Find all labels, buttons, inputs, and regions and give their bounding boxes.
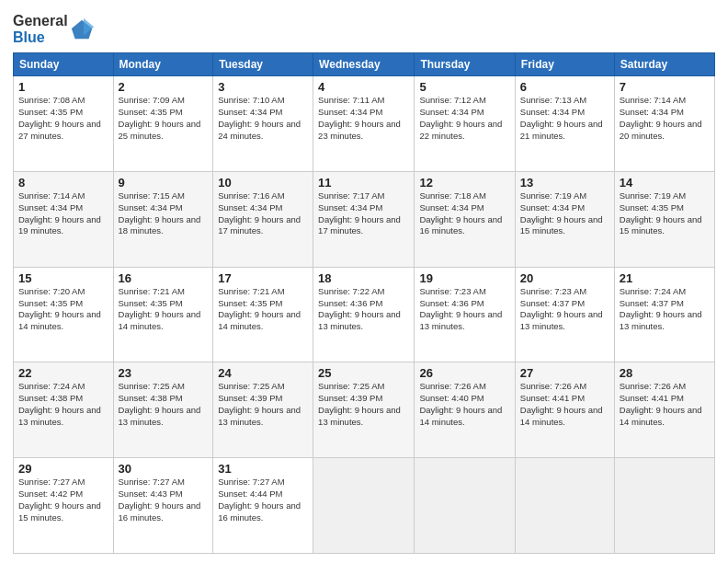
- day-info: Sunrise: 7:08 AM Sunset: 4:35 PM Dayligh…: [18, 95, 108, 142]
- day-info: Sunrise: 7:18 AM Sunset: 4:34 PM Dayligh…: [419, 190, 509, 237]
- day-number: 7: [620, 80, 710, 94]
- day-number: 11: [318, 176, 409, 190]
- day-number: 28: [620, 366, 710, 380]
- day-number: 16: [119, 271, 209, 285]
- day-cell: 8 Sunrise: 7:14 AM Sunset: 4:34 PM Dayli…: [14, 171, 114, 267]
- day-info: Sunrise: 7:10 AM Sunset: 4:34 PM Dayligh…: [218, 95, 308, 142]
- day-number: 8: [18, 176, 108, 190]
- day-number: 1: [18, 80, 108, 94]
- day-cell: [313, 458, 415, 554]
- day-cell: 20 Sunrise: 7:23 AM Sunset: 4:37 PM Dayl…: [515, 267, 614, 362]
- day-number: 22: [18, 366, 108, 380]
- day-cell: 14 Sunrise: 7:19 AM Sunset: 4:35 PM Dayl…: [614, 171, 714, 267]
- day-number: 19: [419, 271, 509, 285]
- day-number: 12: [419, 176, 509, 190]
- calendar-header: SundayMondayTuesdayWednesdayThursdayFrid…: [14, 53, 715, 76]
- logo-blue: Blue: [13, 29, 68, 46]
- day-cell: 31 Sunrise: 7:27 AM Sunset: 4:44 PM Dayl…: [213, 458, 313, 554]
- day-number: 4: [318, 80, 409, 94]
- day-info: Sunrise: 7:12 AM Sunset: 4:34 PM Dayligh…: [419, 95, 509, 142]
- day-number: 26: [419, 366, 509, 380]
- day-number: 27: [520, 366, 609, 380]
- day-number: 9: [119, 176, 209, 190]
- day-info: Sunrise: 7:15 AM Sunset: 4:34 PM Dayligh…: [119, 190, 209, 237]
- day-number: 3: [218, 80, 308, 94]
- day-cell: 18 Sunrise: 7:22 AM Sunset: 4:36 PM Dayl…: [313, 267, 415, 362]
- day-number: 21: [620, 271, 710, 285]
- day-number: 17: [218, 271, 308, 285]
- day-cell: 28 Sunrise: 7:26 AM Sunset: 4:41 PM Dayl…: [614, 362, 714, 458]
- day-info: Sunrise: 7:20 AM Sunset: 4:35 PM Dayligh…: [18, 286, 108, 333]
- day-cell: 21 Sunrise: 7:24 AM Sunset: 4:37 PM Dayl…: [614, 267, 714, 362]
- header: General Blue: [13, 9, 715, 45]
- weekday-header-row: SundayMondayTuesdayWednesdayThursdayFrid…: [14, 53, 715, 76]
- weekday-friday: Friday: [515, 53, 614, 76]
- weekday-thursday: Thursday: [415, 53, 515, 76]
- day-cell: 26 Sunrise: 7:26 AM Sunset: 4:40 PM Dayl…: [415, 362, 515, 458]
- day-info: Sunrise: 7:14 AM Sunset: 4:34 PM Dayligh…: [620, 95, 710, 142]
- day-cell: 25 Sunrise: 7:25 AM Sunset: 4:39 PM Dayl…: [313, 362, 415, 458]
- day-number: 14: [620, 176, 710, 190]
- logo-general: General: [13, 13, 68, 29]
- weekday-wednesday: Wednesday: [313, 53, 415, 76]
- day-info: Sunrise: 7:27 AM Sunset: 4:43 PM Dayligh…: [119, 477, 209, 523]
- day-number: 5: [419, 80, 509, 94]
- day-number: 10: [218, 176, 308, 190]
- day-cell: 12 Sunrise: 7:18 AM Sunset: 4:34 PM Dayl…: [415, 171, 515, 267]
- day-cell: 29 Sunrise: 7:27 AM Sunset: 4:42 PM Dayl…: [14, 458, 114, 554]
- day-info: Sunrise: 7:25 AM Sunset: 4:38 PM Dayligh…: [119, 381, 209, 428]
- day-number: 13: [520, 176, 609, 190]
- day-cell: 2 Sunrise: 7:09 AM Sunset: 4:35 PM Dayli…: [113, 76, 213, 172]
- logo-icon: [70, 17, 96, 42]
- day-cell: 1 Sunrise: 7:08 AM Sunset: 4:35 PM Dayli…: [14, 76, 114, 172]
- weekday-tuesday: Tuesday: [213, 53, 313, 76]
- day-info: Sunrise: 7:25 AM Sunset: 4:39 PM Dayligh…: [318, 381, 409, 428]
- day-info: Sunrise: 7:19 AM Sunset: 4:35 PM Dayligh…: [620, 190, 710, 237]
- day-number: 2: [119, 80, 209, 94]
- day-number: 23: [119, 366, 209, 380]
- day-info: Sunrise: 7:24 AM Sunset: 4:37 PM Dayligh…: [620, 286, 710, 333]
- week-row-3: 15 Sunrise: 7:20 AM Sunset: 4:35 PM Dayl…: [14, 267, 715, 362]
- day-info: Sunrise: 7:27 AM Sunset: 4:42 PM Dayligh…: [18, 477, 108, 523]
- day-number: 15: [18, 271, 108, 285]
- day-info: Sunrise: 7:09 AM Sunset: 4:35 PM Dayligh…: [119, 95, 209, 142]
- logo: General Blue: [13, 13, 96, 45]
- day-info: Sunrise: 7:27 AM Sunset: 4:44 PM Dayligh…: [218, 477, 308, 523]
- day-cell: 3 Sunrise: 7:10 AM Sunset: 4:34 PM Dayli…: [213, 76, 313, 172]
- day-cell: [614, 458, 714, 554]
- day-cell: 23 Sunrise: 7:25 AM Sunset: 4:38 PM Dayl…: [113, 362, 213, 458]
- calendar-body: 1 Sunrise: 7:08 AM Sunset: 4:35 PM Dayli…: [14, 76, 715, 554]
- day-info: Sunrise: 7:22 AM Sunset: 4:36 PM Dayligh…: [318, 286, 409, 333]
- day-info: Sunrise: 7:11 AM Sunset: 4:34 PM Dayligh…: [318, 95, 409, 142]
- calendar-table: SundayMondayTuesdayWednesdayThursdayFrid…: [13, 52, 715, 554]
- day-info: Sunrise: 7:26 AM Sunset: 4:40 PM Dayligh…: [419, 381, 509, 428]
- day-info: Sunrise: 7:24 AM Sunset: 4:38 PM Dayligh…: [18, 381, 108, 428]
- day-info: Sunrise: 7:26 AM Sunset: 4:41 PM Dayligh…: [620, 381, 710, 428]
- day-cell: 19 Sunrise: 7:23 AM Sunset: 4:36 PM Dayl…: [415, 267, 515, 362]
- week-row-1: 1 Sunrise: 7:08 AM Sunset: 4:35 PM Dayli…: [14, 76, 715, 172]
- day-cell: 22 Sunrise: 7:24 AM Sunset: 4:38 PM Dayl…: [14, 362, 114, 458]
- week-row-5: 29 Sunrise: 7:27 AM Sunset: 4:42 PM Dayl…: [14, 458, 715, 554]
- day-info: Sunrise: 7:21 AM Sunset: 4:35 PM Dayligh…: [218, 286, 308, 333]
- page: General Blue SundayMondayTuesdayWednesda…: [0, 0, 728, 563]
- day-info: Sunrise: 7:21 AM Sunset: 4:35 PM Dayligh…: [119, 286, 209, 333]
- day-cell: 9 Sunrise: 7:15 AM Sunset: 4:34 PM Dayli…: [113, 171, 213, 267]
- weekday-sunday: Sunday: [14, 53, 114, 76]
- day-number: 6: [520, 80, 609, 94]
- day-cell: 30 Sunrise: 7:27 AM Sunset: 4:43 PM Dayl…: [113, 458, 213, 554]
- day-number: 29: [18, 462, 108, 476]
- day-cell: 13 Sunrise: 7:19 AM Sunset: 4:34 PM Dayl…: [515, 171, 614, 267]
- day-cell: [415, 458, 515, 554]
- day-cell: 4 Sunrise: 7:11 AM Sunset: 4:34 PM Dayli…: [313, 76, 415, 172]
- day-info: Sunrise: 7:14 AM Sunset: 4:34 PM Dayligh…: [18, 190, 108, 237]
- day-cell: [515, 458, 614, 554]
- weekday-monday: Monday: [113, 53, 213, 76]
- weekday-saturday: Saturday: [614, 53, 714, 76]
- day-info: Sunrise: 7:13 AM Sunset: 4:34 PM Dayligh…: [520, 95, 609, 142]
- week-row-4: 22 Sunrise: 7:24 AM Sunset: 4:38 PM Dayl…: [14, 362, 715, 458]
- day-number: 31: [218, 462, 308, 476]
- day-cell: 5 Sunrise: 7:12 AM Sunset: 4:34 PM Dayli…: [415, 76, 515, 172]
- day-number: 18: [318, 271, 409, 285]
- day-info: Sunrise: 7:23 AM Sunset: 4:36 PM Dayligh…: [419, 286, 509, 333]
- day-cell: 7 Sunrise: 7:14 AM Sunset: 4:34 PM Dayli…: [614, 76, 714, 172]
